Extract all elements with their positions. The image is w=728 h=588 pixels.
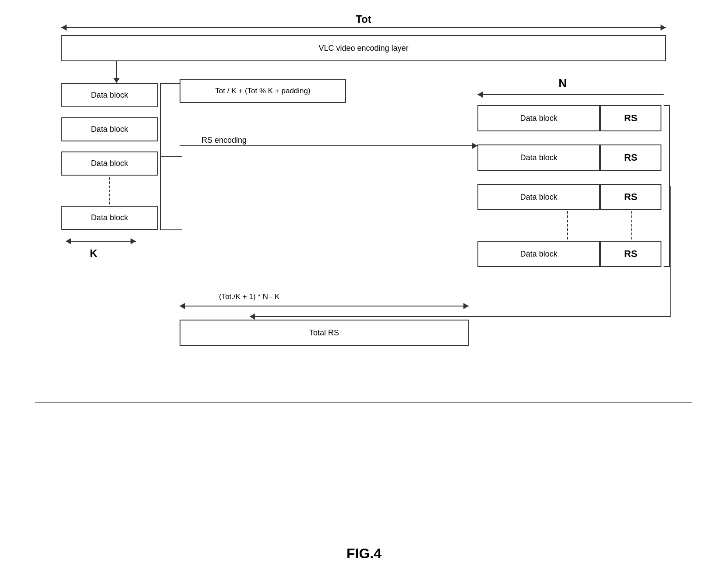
left-brace-top (160, 83, 182, 84)
n-label: N (558, 77, 567, 90)
data-block-right-4: Data block (477, 241, 600, 267)
rs-encoding-label: RS encoding (201, 136, 247, 145)
total-rs-box: Total RS (180, 320, 469, 346)
data-block-left-3: Data block (61, 151, 158, 176)
rs-block-3: RS (600, 184, 661, 210)
rs-encoding-arrow (180, 145, 477, 146)
dashed-separator-right-1 (567, 211, 568, 239)
dashed-separator-right-2 (631, 211, 632, 239)
n-arrow (477, 94, 664, 95)
vlc-label: VLC video encoding layer (318, 44, 408, 53)
formula-box: Tot / K + (Tot % K + padding) (180, 79, 346, 103)
rs-block-4: RS (600, 241, 661, 267)
left-brace-bottom (160, 229, 182, 230)
brace-to-total-arrow (250, 316, 670, 317)
data-block-left-2: Data block (61, 117, 158, 141)
brace-to-formula-line (160, 156, 182, 157)
formula-label: Tot / K + (Tot % K + padding) (215, 87, 310, 95)
total-rs-label: Total RS (309, 328, 339, 338)
data-block-right-1: Data block (477, 105, 600, 131)
fig-label: FIG.4 (346, 546, 382, 562)
dashed-separator-left (109, 177, 110, 204)
data-block-left-4: Data block (61, 206, 158, 230)
data-block-left-1: Data block (61, 83, 158, 107)
tot-arrow (61, 27, 666, 28)
brace-vertical (670, 186, 671, 317)
data-block-right-2: Data block (477, 144, 600, 171)
diagram: Tot VLC video encoding layer Data block … (35, 9, 692, 403)
tot-formula-label: (Tot./K + 1) * N - K (219, 292, 279, 301)
tot-formula-arrow (180, 306, 469, 306)
tot-label: Tot (356, 13, 371, 25)
data-block-right-3: Data block (477, 184, 600, 210)
rs-block-1: RS (600, 105, 661, 131)
vlc-box: VLC video encoding layer (61, 35, 666, 61)
rs-block-2: RS (600, 144, 661, 171)
k-label: K (90, 247, 97, 260)
vlc-down-arrow (116, 61, 117, 83)
k-arrow (66, 241, 136, 242)
rs-brace (664, 105, 670, 267)
